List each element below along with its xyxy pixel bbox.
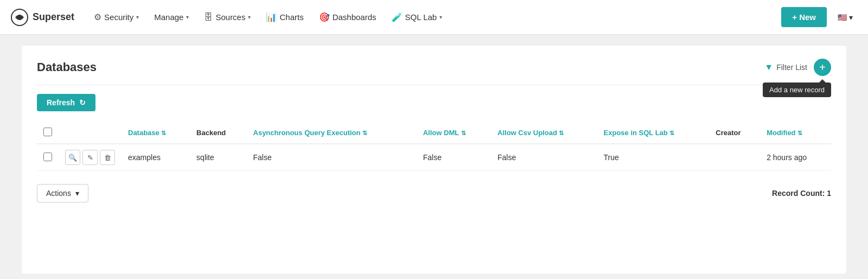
navbar: Superset ⚙ Security ▾ Manage ▾ 🗄 Sources… xyxy=(0,0,868,35)
filter-list-button[interactable]: ▼ Filter List xyxy=(764,62,807,72)
chevron-down-icon: ▾ xyxy=(439,14,442,20)
chevron-down-icon: ▾ xyxy=(849,13,853,22)
actions-button[interactable]: Actions ▾ xyxy=(37,184,88,202)
nav-label-dashboards: Dashboards xyxy=(333,12,376,22)
select-all-checkbox[interactable] xyxy=(43,128,52,136)
nav-label-manage: Manage xyxy=(154,12,183,22)
cell-async-query: False xyxy=(247,144,417,171)
view-button[interactable]: 🔍 xyxy=(65,150,80,165)
app-name: Superset xyxy=(33,11,74,23)
col-database: Database ⇅ xyxy=(122,122,190,144)
nav-label-charts: Charts xyxy=(279,12,303,22)
refresh-button[interactable]: Refresh ↻ xyxy=(37,94,95,111)
chevron-down-icon: ▾ xyxy=(186,14,189,20)
sort-icon: ⇅ xyxy=(559,130,564,136)
charts-icon: 📊 xyxy=(266,12,277,22)
row-checkbox[interactable] xyxy=(43,153,52,161)
table-row: 🔍 ✎ 🗑 examples sqlite False xyxy=(37,144,831,171)
page-header: Databases ▼ Filter List + Add a new reco… xyxy=(37,59,831,85)
header-actions: ▼ Filter List + Add a new record xyxy=(764,59,831,76)
cell-creator xyxy=(709,144,760,171)
security-icon: ⚙ xyxy=(94,12,101,22)
nav-item-sqllab[interactable]: 🧪 SQL Lab ▾ xyxy=(385,8,449,27)
tooltip: Add a new record xyxy=(763,83,831,97)
chevron-down-icon: ▾ xyxy=(75,189,79,198)
col-modified: Modified ⇅ xyxy=(760,122,831,144)
row-checkbox-cell xyxy=(37,144,59,171)
delete-button[interactable]: 🗑 xyxy=(100,150,115,165)
page-container: Databases ▼ Filter List + Add a new reco… xyxy=(22,46,846,274)
cell-backend: sqlite xyxy=(190,144,246,171)
nav-label-sources: Sources xyxy=(215,12,245,22)
nav-items: ⚙ Security ▾ Manage ▾ 🗄 Sources ▾ 📊 Char… xyxy=(87,8,781,27)
header-actions-cell xyxy=(59,122,122,144)
flag-icon: 🇺🇸 xyxy=(838,13,847,22)
nav-label-sqllab: SQL Lab xyxy=(405,12,437,22)
record-count-label: Record Count: xyxy=(772,189,825,198)
sort-icon: ⇅ xyxy=(669,130,674,136)
add-record-button[interactable]: + xyxy=(814,59,831,76)
record-count: Record Count: 1 xyxy=(772,189,831,198)
app-logo[interactable]: Superset xyxy=(11,9,74,26)
dashboards-icon: 🎯 xyxy=(319,12,330,22)
nav-item-sources[interactable]: 🗄 Sources ▾ xyxy=(197,8,257,27)
new-button[interactable]: + New xyxy=(781,7,827,27)
main-content: Databases ▼ Filter List + Add a new reco… xyxy=(0,35,868,279)
sqllab-icon: 🧪 xyxy=(392,12,403,22)
cell-expose-sql: True xyxy=(597,144,710,171)
filter-list-label: Filter List xyxy=(776,63,807,72)
nav-item-dashboards[interactable]: 🎯 Dashboards xyxy=(312,8,383,27)
page-title: Databases xyxy=(37,60,97,74)
sort-icon: ⇅ xyxy=(797,130,802,136)
sort-icon: ⇅ xyxy=(161,130,166,136)
table-header: Database ⇅ Backend Asynchronous Query Ex… xyxy=(37,122,831,144)
search-icon: 🔍 xyxy=(68,154,77,162)
actions-label: Actions xyxy=(46,189,71,198)
nav-item-charts[interactable]: 📊 Charts xyxy=(259,8,310,27)
col-allow-csv: Allow Csv Upload ⇅ xyxy=(491,122,597,144)
col-backend: Backend xyxy=(190,122,246,144)
nav-item-manage[interactable]: Manage ▾ xyxy=(148,8,195,26)
logo-icon xyxy=(11,9,28,26)
col-async-query: Asynchronous Query Execution ⇅ xyxy=(247,122,417,144)
edit-icon: ✎ xyxy=(87,154,93,162)
row-actions-cell: 🔍 ✎ 🗑 xyxy=(59,144,122,171)
row-actions: 🔍 ✎ 🗑 xyxy=(65,150,115,165)
nav-right: + New 🇺🇸 ▾ xyxy=(781,7,857,27)
chevron-down-icon: ▾ xyxy=(136,14,139,20)
chevron-down-icon: ▾ xyxy=(248,14,251,20)
filter-icon: ▼ xyxy=(764,62,773,72)
sources-icon: 🗄 xyxy=(204,12,213,22)
table-body: 🔍 ✎ 🗑 examples sqlite False xyxy=(37,144,831,171)
cell-modified: 2 hours ago xyxy=(760,144,831,171)
databases-table: Database ⇅ Backend Asynchronous Query Ex… xyxy=(37,122,831,171)
header-checkbox-cell xyxy=(37,122,59,144)
cell-allow-dml: False xyxy=(417,144,491,171)
sort-icon: ⇅ xyxy=(461,130,466,136)
nav-item-security[interactable]: ⚙ Security ▾ xyxy=(87,8,145,27)
edit-button[interactable]: ✎ xyxy=(82,150,98,165)
cell-allow-csv: False xyxy=(491,144,597,171)
col-creator: Creator xyxy=(709,122,760,144)
col-expose-sql: Expose in SQL Lab ⇅ xyxy=(597,122,710,144)
cell-database: examples xyxy=(122,144,190,171)
record-count-value: 1 xyxy=(827,189,831,198)
col-allow-dml: Allow DML ⇅ xyxy=(417,122,491,144)
refresh-icon: ↻ xyxy=(79,98,86,107)
refresh-label: Refresh xyxy=(47,98,75,107)
sort-icon: ⇅ xyxy=(362,130,367,136)
nav-label-security: Security xyxy=(104,12,133,22)
language-selector[interactable]: 🇺🇸 ▾ xyxy=(833,11,857,24)
trash-icon: 🗑 xyxy=(104,154,111,162)
table-footer: Actions ▾ Record Count: 1 xyxy=(37,184,831,202)
